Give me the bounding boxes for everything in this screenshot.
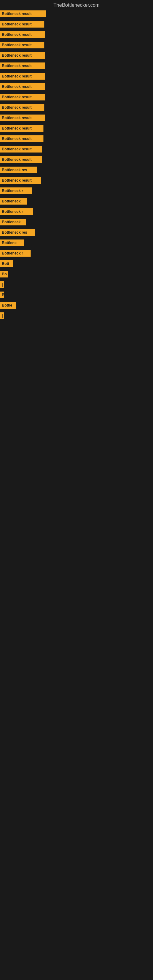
bottleneck-bar: | <box>0 281 4 288</box>
bottleneck-bar: | <box>0 312 4 319</box>
bottleneck-row: Bottleneck res <box>0 165 153 176</box>
bottleneck-row: Bottleneck r <box>0 207 153 218</box>
bottleneck-row: Bottleneck result <box>0 103 153 113</box>
bottleneck-row: B <box>0 290 153 301</box>
bottleneck-row: Bottleneck r <box>0 186 153 197</box>
bottleneck-row: Bottleneck result <box>0 82 153 92</box>
bottleneck-row: | <box>0 311 153 321</box>
bottleneck-bar: Bottleneck res <box>0 229 35 236</box>
bottleneck-row: Bottleneck result <box>0 145 153 155</box>
bottleneck-bar: Bottleneck result <box>0 62 45 69</box>
bottleneck-bar: Bottleneck result <box>0 104 45 111</box>
bottleneck-bar: Bottleneck <box>0 198 27 205</box>
bottleneck-bar: Bottleneck result <box>0 73 45 80</box>
bottleneck-bar: Bottleneck result <box>0 125 43 132</box>
site-title: TheBottlenecker.com <box>0 0 153 9</box>
bottleneck-row: Bott <box>0 259 153 269</box>
bottleneck-bar: Bottleneck r <box>0 208 33 215</box>
bottleneck-row: Bottleneck result <box>0 134 153 145</box>
bottleneck-bar: Bottleneck result <box>0 21 45 27</box>
bottleneck-row: Bottleneck result <box>0 40 153 51</box>
bottleneck-bar: Bottleneck result <box>0 94 45 100</box>
bottleneck-row: Bottleneck result <box>0 20 153 30</box>
bottleneck-bar: Bottleneck result <box>0 52 45 59</box>
bottleneck-bar: Bottleneck result <box>0 135 43 142</box>
bottleneck-bar: Bottleneck result <box>0 10 46 17</box>
bottleneck-bar: Bottleneck result <box>0 83 45 90</box>
bottleneck-row: Bottleneck result <box>0 155 153 165</box>
bottleneck-row: Bottleneck result <box>0 113 153 124</box>
bottleneck-row: Bottleneck result <box>0 30 153 40</box>
bottleneck-bar: Bottlene <box>0 240 24 246</box>
bottleneck-row: Bottleneck result <box>0 61 153 72</box>
bottleneck-row: Bottleneck result <box>0 176 153 186</box>
bottleneck-row: Bottleneck r <box>0 249 153 259</box>
bottleneck-bar: Bott <box>0 260 13 267</box>
bottleneck-bar: Bottleneck res <box>0 167 37 173</box>
bottleneck-row: Bottleneck <box>0 197 153 207</box>
bottleneck-row: Bo <box>0 269 153 280</box>
rows-container: Bottleneck resultBottleneck resultBottle… <box>0 9 153 321</box>
bottleneck-bar: Bottle <box>0 302 16 309</box>
bottleneck-bar: Bo <box>0 271 8 277</box>
bottleneck-bar: Bottleneck r <box>0 188 32 194</box>
bottleneck-bar: B <box>0 291 4 298</box>
bottleneck-row: Bottleneck result <box>0 92 153 103</box>
bottleneck-bar: Bottleneck result <box>0 115 45 121</box>
bottleneck-bar: Bottleneck r <box>0 250 30 257</box>
bottleneck-bar: Bottleneck result <box>0 156 42 163</box>
bottleneck-bar: Bottleneck result <box>0 177 41 184</box>
bottleneck-row: | <box>0 280 153 290</box>
bottleneck-row: Bottle <box>0 301 153 311</box>
bottleneck-row: Bottleneck result <box>0 9 153 20</box>
bottleneck-row: Bottleneck <box>0 218 153 228</box>
bottleneck-bar: Bottleneck <box>0 219 26 225</box>
bottleneck-row: Bottleneck result <box>0 51 153 61</box>
bottleneck-bar: Bottleneck result <box>0 41 45 48</box>
bottleneck-bar: Bottleneck result <box>0 31 45 38</box>
site-title-bar: TheBottlenecker.com <box>0 0 153 9</box>
bottleneck-row: Bottleneck result <box>0 72 153 82</box>
bottleneck-bar: Bottleneck result <box>0 146 42 153</box>
bottleneck-row: Bottleneck result <box>0 124 153 134</box>
bottleneck-row: Bottlene <box>0 238 153 249</box>
bottleneck-row: Bottleneck res <box>0 228 153 238</box>
